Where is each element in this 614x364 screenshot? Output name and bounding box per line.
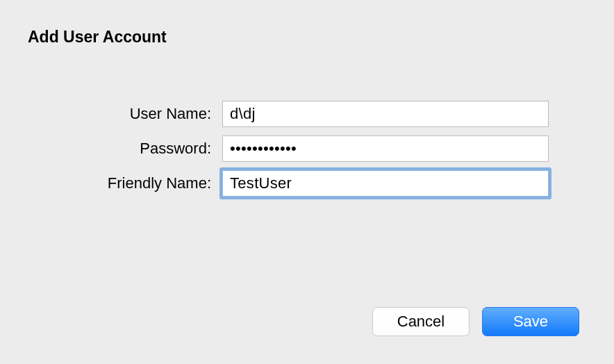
username-field-wrap [222, 101, 549, 127]
password-label: Password: [28, 140, 222, 158]
friendly-name-input[interactable] [222, 170, 549, 197]
button-row: Cancel Save [28, 307, 586, 343]
username-row: User Name: [28, 101, 586, 127]
username-input[interactable] [222, 101, 549, 127]
save-button[interactable]: Save [482, 307, 579, 336]
friendly-name-field-wrap [222, 170, 549, 197]
password-input[interactable] [222, 135, 549, 162]
add-user-account-dialog: Add User Account User Name: Password: Fr… [0, 0, 614, 364]
username-label: User Name: [28, 105, 222, 123]
cancel-button[interactable]: Cancel [372, 307, 470, 336]
dialog-title: Add User Account [28, 28, 586, 47]
form: User Name: Password: Friendly Name: [28, 101, 586, 197]
password-row: Password: [28, 135, 586, 162]
friendly-name-label: Friendly Name: [28, 174, 222, 192]
friendly-name-row: Friendly Name: [28, 170, 586, 197]
password-field-wrap [222, 135, 549, 162]
